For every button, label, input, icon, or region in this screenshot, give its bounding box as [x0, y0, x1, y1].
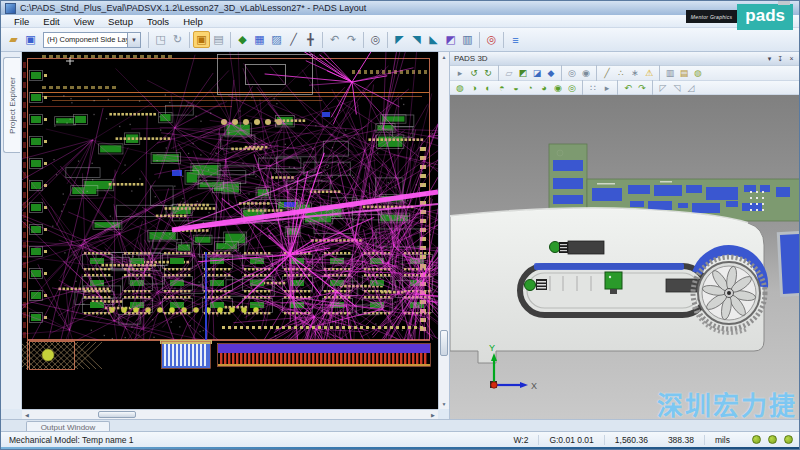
clipboard-viewer-icon[interactable]: ▤	[210, 31, 227, 48]
spin-ccw-icon[interactable]: ◎	[565, 82, 579, 94]
layer-selector[interactable]: (H) Component Side Lay ▼	[43, 32, 141, 48]
output-row: Output Window	[1, 419, 800, 431]
toolbar-separator	[387, 32, 388, 48]
mentor-graphics-logo: Mentor Graphics	[686, 10, 737, 23]
board-bottom-view-icon[interactable]: ◪	[530, 67, 544, 79]
rotate-right-icon[interactable]: ↻	[481, 67, 495, 79]
spin-cw-icon[interactable]: ◉	[551, 82, 565, 94]
filter-highlight-icon[interactable]: ◥	[408, 31, 425, 48]
pads-3d-toolbar-2: ◍◑◐◓◒◔◕◉◎∷▸↶↷◸◹◿	[450, 81, 800, 95]
menu-view[interactable]: View	[67, 16, 101, 27]
toolbar-separator	[148, 32, 149, 48]
menu-setup[interactable]: Setup	[101, 16, 140, 27]
status-line-width[interactable]: W:2	[503, 435, 538, 445]
pads-3d-titlebar[interactable]: PADS 3D ▾↧×	[450, 52, 800, 66]
zoom-icon[interactable]: ◎	[367, 31, 384, 48]
side-panel-3d[interactable]	[778, 232, 800, 295]
camera-preset-1-icon[interactable]: ◸	[656, 82, 670, 94]
scroll-down-icon[interactable]: ▼	[439, 399, 449, 409]
board-photo-icon[interactable]: ▨	[268, 31, 285, 48]
view-right-icon[interactable]: ◓	[495, 82, 509, 94]
drafting-toolbar-icon[interactable]: ▣	[193, 31, 210, 48]
undo-3d-icon[interactable]: ↶	[621, 82, 635, 94]
camera-preset-2-icon[interactable]: ◹	[670, 82, 684, 94]
pane-pin-icon[interactable]: ↧	[775, 54, 786, 64]
add-route-icon[interactable]: ╱	[285, 31, 302, 48]
redo-icon[interactable]: ↷	[343, 31, 360, 48]
grid-dots-icon[interactable]: ∷	[586, 82, 600, 94]
verify-design-icon[interactable]: ◩	[442, 31, 459, 48]
brand-logo: Mentor Graphics pads	[686, 4, 793, 30]
board-iso-view-icon[interactable]: ◆	[544, 67, 558, 79]
pads-layout-window: C:\PADS_Stnd_Plus_Eval\PADSVX.1.2\Lesson…	[0, 0, 800, 450]
undo-icon[interactable]: ↶	[326, 31, 343, 48]
main-toolbar: ▰▣ (H) Component Side Lay ▼ ◳↻▣▤◆▦▨╱╋↶↷◎…	[1, 28, 800, 52]
chevron-down-icon[interactable]: ▼	[127, 33, 140, 47]
camera-preset-3-icon[interactable]: ◿	[684, 82, 698, 94]
view-iso-icon[interactable]: ◕	[537, 82, 551, 94]
pane-close-icon[interactable]: ×	[786, 54, 797, 64]
zoom-window-icon[interactable]: ◎	[565, 67, 579, 79]
pcb-layout-canvas[interactable]	[22, 52, 438, 409]
window-restore-icon[interactable]: ◳	[152, 31, 169, 48]
measure-distance-icon[interactable]: ╱	[600, 67, 614, 79]
view-bottom-icon[interactable]: ◔	[523, 82, 537, 94]
pane-menu-icon[interactable]: ▾	[764, 54, 775, 64]
viewport-3d[interactable]: Y X 深圳宏力捷	[450, 95, 800, 422]
layout-view	[22, 52, 438, 409]
toolbar-separator	[322, 32, 323, 48]
pads-3d-title: PADS 3D	[454, 54, 488, 63]
scroll-up-icon[interactable]: ▲	[439, 52, 449, 62]
snapshot-icon[interactable]: ▥	[663, 67, 677, 79]
menu-tools[interactable]: Tools	[140, 16, 176, 27]
horizontal-scrollbar[interactable]: ◀ ▶	[22, 409, 438, 419]
clearance-warning-icon[interactable]: ⚠	[642, 67, 656, 79]
menu-help[interactable]: Help	[176, 16, 210, 27]
toolbar-separator	[659, 65, 660, 81]
view-back-icon[interactable]: ◑	[467, 82, 481, 94]
view-top-icon[interactable]: ◒	[509, 82, 523, 94]
project-explorer-tab[interactable]: Project Explorer	[3, 57, 20, 153]
status-grid[interactable]: G:0.01 0.01	[538, 435, 603, 445]
menu-file[interactable]: File	[7, 16, 36, 27]
snap-mode-icon[interactable]: ∗	[628, 67, 642, 79]
filter-select-icon[interactable]: ◤	[391, 31, 408, 48]
status-indicator-icon[interactable]	[784, 435, 793, 444]
status-indicator-icon[interactable]	[768, 435, 777, 444]
design-grid-icon[interactable]: ▦	[251, 31, 268, 48]
toolbar-separator	[561, 65, 562, 81]
title-bar[interactable]: C:\PADS_Stnd_Plus_Eval\PADSVX.1.2\Lesson…	[1, 1, 800, 15]
select-pointer-icon[interactable]: ▸	[453, 67, 467, 79]
pads-3d-toolbar-1: ▸↺↻▱◩◪◆◎◉╱∴∗⚠▥▤◍	[450, 66, 800, 81]
pick-entity-icon[interactable]: ▸	[600, 82, 614, 94]
basic-scripts-icon[interactable]: ▥	[459, 31, 476, 48]
link-3d-icon[interactable]: ≡	[507, 31, 524, 48]
open-file-icon[interactable]: ▰	[5, 31, 22, 48]
redo-3d-icon[interactable]: ↷	[635, 82, 649, 94]
board-top-view-icon[interactable]: ◩	[516, 67, 530, 79]
upper-dark-component[interactable]	[550, 241, 605, 254]
measure-point-icon[interactable]: ∴	[614, 67, 628, 79]
hscroll-thumb[interactable]	[98, 411, 136, 418]
export-model-icon[interactable]: ▤	[677, 67, 691, 79]
view-left-icon[interactable]: ◐	[481, 82, 495, 94]
menu-edit[interactable]: Edit	[36, 16, 66, 27]
view-front-icon[interactable]: ◍	[453, 82, 467, 94]
scene-3d: Y X	[450, 95, 800, 422]
rotate-left-icon[interactable]: ↺	[467, 67, 481, 79]
move-object-icon[interactable]: ╋	[302, 31, 319, 48]
save-file-icon[interactable]: ▣	[22, 31, 39, 48]
vertical-scrollbar[interactable]: ▲ ▼	[438, 52, 449, 409]
toolbar-separator	[363, 32, 364, 48]
eco-mode-icon[interactable]: ◆	[234, 31, 251, 48]
import-model-icon[interactable]: ◍	[691, 67, 705, 79]
status-indicator-icon[interactable]	[752, 435, 761, 444]
zoom-out-icon[interactable]: ◎	[483, 31, 500, 48]
layer-selector-value: (H) Component Side Lay	[47, 35, 130, 44]
pan-view-icon[interactable]: ▱	[502, 67, 516, 79]
filter-clear-icon[interactable]: ◣	[425, 31, 442, 48]
vscroll-thumb[interactable]	[440, 330, 448, 356]
status-units[interactable]: mils	[704, 435, 740, 445]
redraw-view-icon[interactable]: ↻	[169, 31, 186, 48]
zoom-fit-icon[interactable]: ◉	[579, 67, 593, 79]
